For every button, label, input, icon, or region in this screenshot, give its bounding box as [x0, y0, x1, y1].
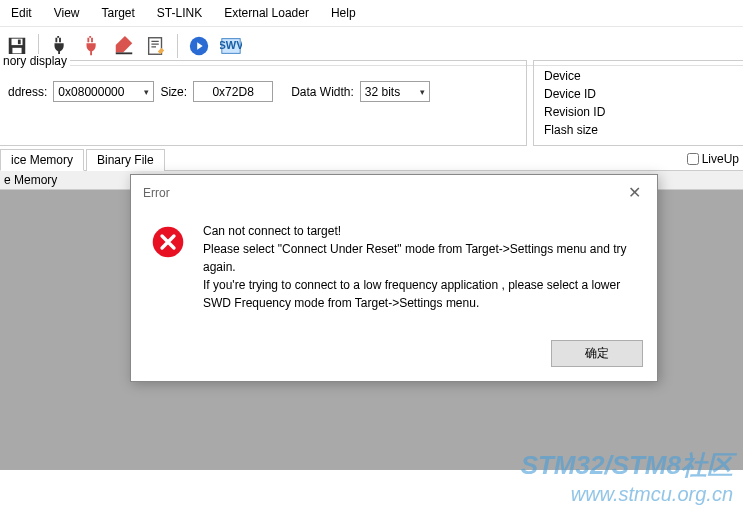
dialog-line1: Can not connect to target!	[203, 222, 637, 240]
error-icon	[151, 225, 185, 259]
modal-backdrop: Error ✕ Can not connect to target! Pleas…	[0, 0, 743, 516]
close-icon[interactable]: ✕	[624, 183, 645, 202]
dialog-message: Can not connect to target! Please select…	[203, 222, 637, 312]
error-dialog: Error ✕ Can not connect to target! Pleas…	[130, 174, 658, 382]
dialog-line3: If you're trying to connect to a low fre…	[203, 276, 637, 312]
ok-button[interactable]: 确定	[551, 340, 643, 367]
dialog-line2: Please select "Connect Under Reset" mode…	[203, 240, 637, 276]
dialog-title: Error	[143, 186, 170, 200]
